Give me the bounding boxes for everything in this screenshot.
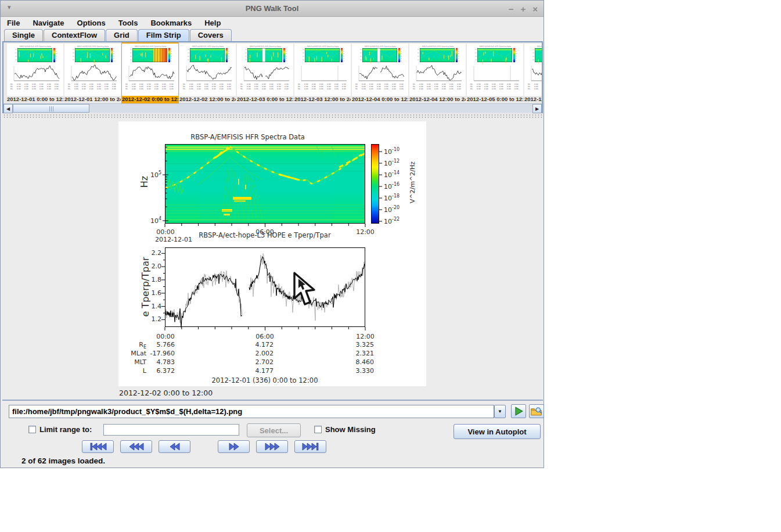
thumbnail-caption: 2012-12-05 12:00 to 24:00 [524,96,542,103]
filmstrip-scrollbar[interactable]: ◀ ▶ [3,103,542,113]
template-uri-input[interactable] [9,405,494,418]
tab-contextflow[interactable]: ContextFlow [44,29,105,41]
svg-text:0:00: 0:00 [47,88,51,90]
svg-text:0:00: 0:00 [434,88,438,90]
limit-range-checkbox[interactable] [28,426,36,433]
minimize-icon[interactable]: − [509,5,514,13]
filmstrip-thumbnail[interactable]: RBSP-A/EMFISIS HFR Spectra Data0:000:000… [6,42,64,103]
uri-dropdown-button[interactable]: ▼ [494,405,506,418]
limit-range-input[interactable] [103,424,239,436]
tab-covers[interactable]: Covers [190,29,232,41]
maximize-icon[interactable]: + [520,5,526,13]
window-menu-icon[interactable]: ▾ [8,3,11,11]
thumbnail-image[interactable]: RBSP-A/EMFISIS HFR Spectra Data0:000:000… [64,44,121,96]
spectra-ytick: 104 [144,216,161,225]
menu-item-bookmarks[interactable]: Bookmarks [150,17,198,28]
svg-text:0:00: 0:00 [384,88,388,90]
open-pngwalk-button[interactable] [529,404,544,418]
skip-to-last-button[interactable] [294,440,326,453]
folder-search-icon [530,406,543,417]
filmstrip-thumbnail[interactable]: RBSP-A/EMFISIS HFR Spectra Data0:000:000… [121,42,179,103]
svg-text:0:00: 0:00 [319,88,323,90]
menu-item-file[interactable]: File [7,17,26,28]
ticks-table-row: L6.3724.1773.330 [118,367,374,376]
filmstrip-thumbnail[interactable]: RBSP-A/EMFISIS HFR Spectra Data0:000:000… [179,42,236,103]
filmstrip-thumbnail[interactable]: RBSP-A/EMFISIS HFR Spectra Data0:000:000… [409,42,466,103]
ticks-table-value: 4.783 [146,358,175,367]
svg-text:0:00: 0:00 [392,88,396,90]
svg-text:RBSP-A/EMFISIS HFR Spectra Da: RBSP-A/EMFISIS HFR Spectra Data [422,45,454,48]
svg-text:0:00: 0:00 [342,88,346,90]
svg-text:RBSP-A/EMFISIS HFR Spectra Da: RBSP-A/EMFISIS HFR Spectra Data [365,45,396,48]
thumbnail-image[interactable]: RBSP-A/EMFISIS HFR Spectra Data0:000:000… [179,44,236,96]
svg-text:0:00: 0:00 [442,88,446,90]
svg-text:0:00: 0:00 [484,88,488,90]
ticks-table-value: 2.002 [175,350,273,358]
svg-text:0:00: 0:00 [189,88,193,90]
filmstrip-thumbnail[interactable]: RBSP-A/EMFISIS HFR Spectra Data0:000:000… [236,42,294,103]
thumbnail-image[interactable]: RBSP-A/EMFISIS HFR Spectra Data0:000:000… [352,44,408,96]
step-back-button[interactable] [159,440,190,453]
menu-item-options[interactable]: Options [77,17,112,28]
lineplot-title: RBSP-A/ect-hope-L3 HOPE e Tperp/Tpar [199,231,330,239]
svg-text:0:00: 0:00 [419,88,423,90]
step-forward-button[interactable] [218,440,250,453]
plot-image: RBSP-A/EMFISIS HFR Spectra Data [118,121,426,386]
menu-item-tools[interactable]: Tools [118,17,145,28]
tab-single[interactable]: Single [4,29,43,41]
titlebar[interactable]: ▾ PNG Walk Tool − + × [1,1,544,17]
svg-text:0:00: 0:00 [477,88,481,90]
scrollbar-left-arrow-icon[interactable]: ◀ [3,104,13,113]
jump-back-button[interactable] [120,440,152,453]
thumbnail-image[interactable]: RBSP-A/EMFISIS HFR Spectra Data0:000:000… [524,44,542,96]
jump-forward-button[interactable] [256,440,288,453]
scrollbar-thumb[interactable] [13,104,89,113]
svg-text:0:00: 0:00 [82,88,86,90]
svg-text:ML: ML [355,88,358,90]
svg-text:0:00: 0:00 [112,88,116,90]
play-button[interactable] [511,404,526,418]
skip-to-first-button[interactable] [82,440,114,453]
filmstrip-tab-content: RBSP-A/EMFISIS HFR Spectra Data0:000:000… [2,41,543,400]
window-title: PNG Walk Tool [1,4,544,13]
jump-back-icon [127,441,146,452]
show-missing-checkbox[interactable] [314,426,322,433]
thumbnail-image[interactable]: RBSP-A/EMFISIS HFR Spectra Data0:000:000… [7,44,63,96]
colorbar-tick: 10-14 [384,170,400,179]
thumbnail-image[interactable]: RBSP-A/EMFISIS HFR Spectra Data0:000:000… [294,44,351,96]
filmstrip-thumbnail[interactable]: RBSP-A/EMFISIS HFR Spectra Data0:000:000… [64,42,121,103]
svg-text:0:00: 0:00 [227,88,231,90]
select-button[interactable]: Select... [247,423,301,437]
thumbnail-image[interactable]: RBSP-A/EMFISIS HFR Spectra Data0:000:000… [237,44,293,96]
thumbnail-image[interactable]: RBSP-A/EMFISIS HFR Spectra Data0:000:000… [409,44,466,96]
view-in-autoplot-button[interactable]: View in Autoplot [454,424,541,439]
split-pane-divider[interactable] [2,113,543,118]
svg-text:RBSP-A/EMFISIS HFR Spectra Da: RBSP-A/EMFISIS HFR Spectra Data [192,45,224,48]
svg-text:0:00: 0:00 [105,88,109,90]
navigation-buttons [82,440,326,453]
filmstrip-thumbnail[interactable]: RBSP-A/EMFISIS HFR Spectra Data0:000:000… [351,42,409,103]
ticks-table-value: 4.177 [175,367,273,376]
ticks-table-value: 6.372 [146,367,175,376]
tab-film-strip[interactable]: Film Strip [138,29,189,41]
thumbnail-image[interactable]: RBSP-A/EMFISIS HFR Spectra Data0:000:000… [467,44,523,96]
scrollbar-right-arrow-icon[interactable]: ▶ [532,104,542,113]
close-icon[interactable]: × [532,5,538,13]
svg-text:0:00: 0:00 [457,88,461,90]
scrollbar-track[interactable] [13,104,532,113]
svg-text:RBSP-A/EMFISIS HFR Spectra Da: RBSP-A/EMFISIS HFR Spectra Data [20,45,51,48]
ticks-table-value: 5.766 [146,341,175,350]
svg-text:0:00: 0:00 [17,88,21,90]
svg-text:0:00: 0:00 [24,88,28,90]
filmstrip-thumbnail[interactable]: RBSP-A/EMFISIS HFR Spectra Data0:000:000… [524,42,542,103]
svg-text:ML: ML [240,88,243,90]
menu-item-navigate[interactable]: Navigate [33,17,70,28]
menu-item-help[interactable]: Help [204,17,227,28]
filmstrip-thumbnail[interactable]: RBSP-A/EMFISIS HFR Spectra Data0:000:000… [294,42,351,103]
tab-grid[interactable]: Grid [106,29,138,41]
filmstrip-thumbnail[interactable]: RBSP-A/EMFISIS HFR Spectra Data0:000:000… [466,42,524,103]
lineplot-xtick: 12:00 [356,333,375,340]
svg-text:0:00: 0:00 [262,88,266,90]
thumbnail-image[interactable]: RBSP-A/EMFISIS HFR Spectra Data0:000:000… [122,44,178,96]
thumbnail-caption: 2012-12-01 12:00 to 24:00 [64,96,121,103]
